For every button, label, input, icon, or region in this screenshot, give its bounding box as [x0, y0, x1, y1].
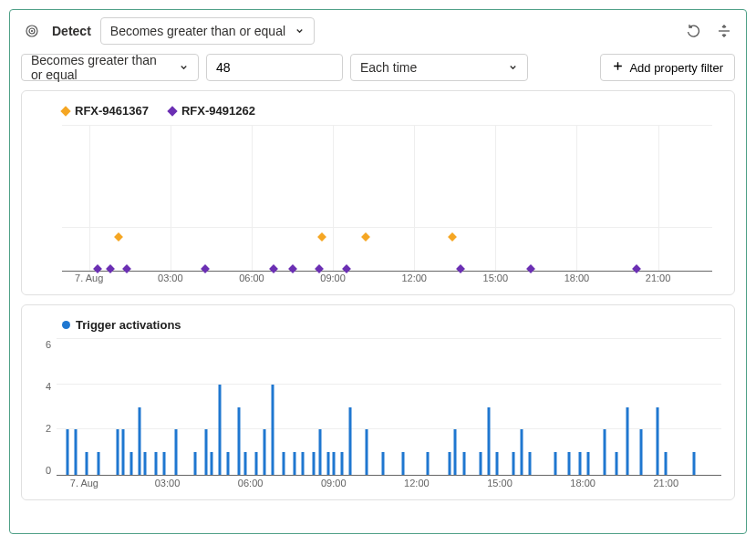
add-property-filter-button[interactable]: Add property filter	[600, 54, 735, 81]
bar[interactable]	[521, 429, 523, 475]
y-tick-label: 2	[46, 423, 51, 434]
data-point[interactable]	[361, 232, 370, 242]
scatter-plot-area[interactable]	[62, 125, 712, 271]
data-point[interactable]	[114, 232, 123, 242]
bar[interactable]	[449, 452, 451, 475]
header-condition-select[interactable]: Becomes greater than or equal	[100, 17, 315, 45]
bar[interactable]	[283, 452, 285, 475]
bar[interactable]	[193, 452, 196, 475]
bar[interactable]	[567, 452, 570, 475]
x-tick-label: 12:00	[401, 272, 427, 283]
plus-icon	[612, 60, 624, 75]
x-tick-label: 09:00	[320, 272, 346, 283]
x-tick-label: 7. Aug	[70, 478, 98, 488]
bar[interactable]	[155, 452, 158, 475]
bar[interactable]	[243, 452, 246, 475]
bar[interactable]	[139, 407, 141, 476]
x-tick-label: 12:00	[404, 478, 430, 488]
chevron-down-icon	[508, 60, 518, 75]
bar[interactable]	[615, 452, 617, 475]
bar[interactable]	[263, 429, 265, 475]
bar[interactable]	[227, 452, 230, 475]
bar[interactable]	[340, 452, 343, 475]
bar[interactable]	[604, 429, 606, 475]
x-tick-label: 03:00	[158, 272, 183, 283]
bar[interactable]	[144, 452, 147, 475]
x-tick-label: 15:00	[487, 478, 513, 488]
x-tick-label: 15:00	[483, 272, 509, 283]
x-tick-label: 06:00	[239, 272, 264, 283]
bar[interactable]	[462, 452, 465, 475]
bar[interactable]	[332, 452, 335, 475]
panel-header: Detect Becomes greater than or equal	[21, 17, 735, 45]
bar[interactable]	[587, 452, 590, 475]
undo-button[interactable]	[682, 20, 704, 42]
bar[interactable]	[174, 429, 177, 475]
bar[interactable]	[657, 407, 659, 476]
bar[interactable]	[529, 452, 532, 475]
bar[interactable]	[254, 452, 257, 475]
frequency-select[interactable]: Each time	[350, 54, 528, 81]
bar[interactable]	[67, 429, 69, 475]
legend-item-rfx2[interactable]: RFX-9491262	[169, 104, 255, 118]
y-tick-label: 6	[46, 339, 51, 350]
bar[interactable]	[326, 452, 329, 475]
circle-icon	[62, 321, 70, 329]
bar[interactable]	[382, 452, 385, 475]
bar[interactable]	[238, 407, 241, 476]
condition-select[interactable]: Becomes greater than or equal	[21, 54, 199, 81]
bar[interactable]	[86, 452, 88, 475]
bar[interactable]	[366, 429, 368, 475]
bar[interactable]	[75, 429, 78, 475]
bar[interactable]	[130, 452, 133, 475]
bar[interactable]	[513, 452, 515, 475]
legend-item-trigger[interactable]: Trigger activations	[62, 318, 181, 332]
bar[interactable]	[487, 407, 490, 476]
data-point[interactable]	[448, 232, 457, 242]
target-icon[interactable]	[21, 20, 43, 42]
events-chart-card: RFX-9461367 RFX-9491262 7. Aug03:0006:00…	[21, 90, 735, 295]
bar[interactable]	[294, 452, 296, 475]
diamond-icon	[60, 106, 70, 116]
chevron-down-icon	[295, 24, 305, 38]
bar[interactable]	[271, 385, 274, 475]
bar[interactable]	[121, 429, 124, 475]
bar[interactable]	[579, 452, 582, 475]
bar[interactable]	[479, 452, 482, 475]
filter-row: Becomes greater than or equal Each time …	[21, 54, 735, 81]
bar[interactable]	[626, 407, 628, 476]
bar[interactable]	[639, 429, 642, 475]
bar[interactable]	[692, 452, 695, 475]
bar[interactable]	[163, 452, 166, 475]
detect-panel: Detect Becomes greater than or equal Bec…	[9, 9, 747, 534]
data-point[interactable]	[317, 232, 326, 242]
bar[interactable]	[427, 452, 430, 475]
frequency-select-value: Each time	[360, 60, 499, 75]
condition-select-value: Becomes greater than or equal	[31, 53, 170, 82]
x-tick-label: 03:00	[155, 478, 181, 488]
bar[interactable]	[454, 429, 457, 475]
bar[interactable]	[495, 452, 498, 475]
split-button[interactable]	[713, 20, 735, 42]
threshold-input[interactable]	[206, 54, 343, 81]
bar[interactable]	[302, 452, 305, 475]
bar[interactable]	[554, 452, 556, 475]
panel-title: Detect	[52, 24, 91, 38]
legend-label: RFX-9491262	[181, 104, 255, 118]
bar[interactable]	[97, 452, 99, 475]
bar[interactable]	[313, 452, 316, 475]
legend-item-rfx1[interactable]: RFX-9461367	[62, 104, 149, 118]
x-tick-label: 09:00	[321, 478, 347, 488]
bar[interactable]	[219, 385, 222, 475]
bar[interactable]	[665, 452, 668, 475]
events-legend: RFX-9461367 RFX-9491262	[62, 104, 721, 118]
bar[interactable]	[116, 429, 119, 475]
bar[interactable]	[205, 429, 208, 475]
bar[interactable]	[348, 407, 351, 476]
legend-label: Trigger activations	[76, 318, 181, 332]
bar-plot-area[interactable]	[57, 339, 721, 476]
bar[interactable]	[211, 452, 213, 475]
bar[interactable]	[318, 429, 321, 475]
x-tick-label: 21:00	[653, 478, 678, 488]
bar[interactable]	[401, 452, 404, 475]
